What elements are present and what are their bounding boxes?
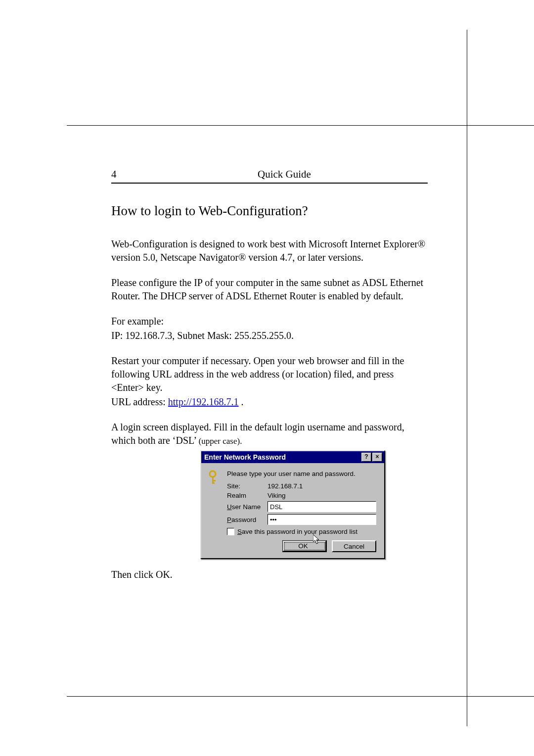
row-realm: Realm Viking <box>227 492 376 499</box>
crop-mark-bottom <box>67 696 534 697</box>
paragraph-intro: Web-Configuration is designed to work be… <box>111 237 428 264</box>
paragraph-restart: Restart your computer if necessary. Open… <box>111 354 428 394</box>
running-head: 4 Quick Guide <box>111 168 428 184</box>
dialog-titlebar[interactable]: Enter Network Password ? × <box>201 451 384 463</box>
url-tail: . <box>239 396 244 407</box>
dialog-title-text: Enter Network Password <box>204 453 360 461</box>
help-icon[interactable]: ? <box>361 453 371 462</box>
dialog-message: Please type your user name and password. <box>227 470 376 477</box>
row-site: Site: 192.168.7.1 <box>227 482 376 490</box>
url-line: URL address: http://192.168.7.1 . <box>111 395 428 409</box>
then-click-ok: Then click OK. <box>111 568 428 581</box>
site-value: 192.168.7.1 <box>267 482 376 490</box>
example-lead: For example: <box>111 315 428 328</box>
paragraph-ip-config: Please configure the IP of your computer… <box>111 276 428 303</box>
password-input[interactable] <box>267 514 376 525</box>
svg-rect-3 <box>212 482 215 484</box>
login-instr-note: (upper case). <box>199 436 242 446</box>
crop-mark-right <box>467 30 467 726</box>
password-dialog: Enter Network Password ? × Please type y… <box>200 450 385 559</box>
save-password-checkbox[interactable]: Save this password in your password list <box>227 528 376 535</box>
checkbox-label: Save this password in your password list <box>237 528 357 535</box>
username-input[interactable] <box>267 501 376 512</box>
example-values: IP: 192.168.7.3, Subnet Mask: 255.255.25… <box>111 329 428 342</box>
svg-rect-2 <box>212 480 216 481</box>
checkbox-box[interactable] <box>227 528 234 535</box>
running-title: Quick Guide <box>141 168 428 181</box>
crop-mark-top <box>67 125 534 126</box>
realm-value: Viking <box>267 492 376 499</box>
close-icon[interactable]: × <box>372 453 382 462</box>
router-url-link[interactable]: http://192.168.7.1 <box>168 396 239 407</box>
key-icon <box>208 470 221 485</box>
cancel-button[interactable]: Cancel <box>332 540 376 552</box>
page-number: 4 <box>111 168 141 181</box>
url-label: URL address: <box>111 396 168 407</box>
section-heading: How to login to Web-Configuration? <box>111 203 428 219</box>
ok-button[interactable]: OK <box>282 540 327 552</box>
site-label: Site: <box>227 482 267 490</box>
login-instructions: A login screen displayed. Fill in the de… <box>111 421 428 447</box>
username-label: User Name <box>227 503 267 511</box>
row-password: Password <box>227 514 376 525</box>
row-username: User Name <box>227 501 376 512</box>
login-instr-main: A login screen displayed. Fill in the de… <box>111 422 404 446</box>
svg-point-0 <box>210 471 216 477</box>
realm-label: Realm <box>227 492 267 499</box>
password-label: Password <box>227 516 267 523</box>
